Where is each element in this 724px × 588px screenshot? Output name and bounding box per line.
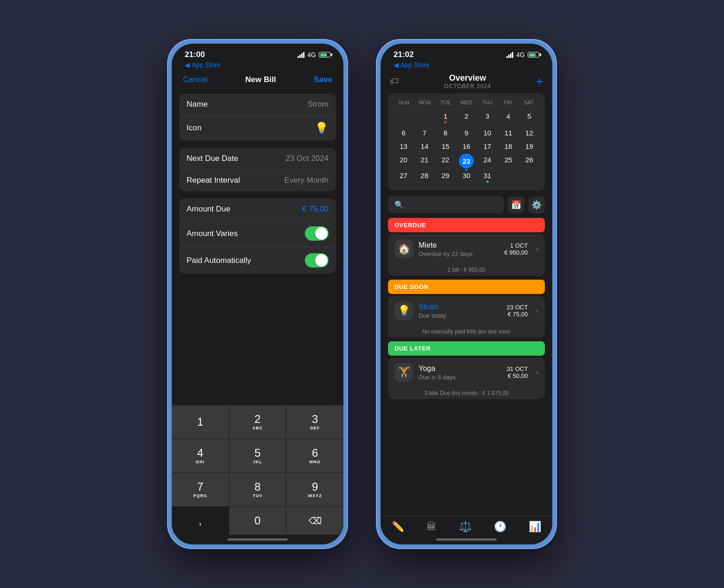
key-delete[interactable]: ⌫ <box>286 507 343 535</box>
day-thu: THU <box>477 99 498 106</box>
cal-cell-5[interactable]: 5 <box>519 110 539 126</box>
search-bar[interactable]: 🔍 <box>388 196 504 213</box>
tab-overview[interactable]: ✏️ <box>392 521 404 533</box>
cal-cell-11[interactable]: 11 <box>498 127 518 139</box>
status-icons-2: 4G <box>506 51 539 58</box>
cal-cell-23-today[interactable]: 23 <box>459 153 474 168</box>
strom-chevron: › <box>536 307 538 314</box>
cal-cell-empty <box>498 169 518 185</box>
miete-amount-block: 1 OCT € 950,00 <box>504 242 528 256</box>
auto-paid-toggle[interactable] <box>305 253 329 268</box>
cal-cell-29[interactable]: 29 <box>435 169 455 185</box>
settings-button[interactable]: ⚙️ <box>528 197 545 213</box>
cal-cell-27[interactable]: 27 <box>394 169 414 185</box>
cal-cell-6[interactable]: 6 <box>394 127 414 139</box>
cal-cell-17[interactable]: 17 <box>478 140 498 153</box>
cal-cell-10[interactable]: 10 <box>478 127 498 139</box>
auto-paid-label: Paid Automatically <box>187 256 251 265</box>
network-label-2: 4G <box>516 51 525 58</box>
back-label-2[interactable]: App Store <box>401 61 429 69</box>
cal-cell-2[interactable]: 2 <box>456 110 476 126</box>
cal-cell-3[interactable]: 3 <box>478 110 498 126</box>
cal-cell-31[interactable]: 31 <box>478 169 498 185</box>
tab-accounts[interactable]: 🏛 <box>427 521 437 533</box>
cal-cell-19[interactable]: 19 <box>519 140 539 153</box>
amount-row[interactable]: Amount Due € 75,00 <box>179 198 336 220</box>
cal-cell-15[interactable]: 15 <box>435 140 455 153</box>
calendar-filter-icon: 📅 <box>511 200 521 210</box>
key-4[interactable]: 4GHI <box>172 439 229 473</box>
yoga-info: Yoga Due in 8 days <box>419 364 501 381</box>
signal-icon <box>297 52 304 58</box>
key-1[interactable]: 1 <box>172 405 229 439</box>
overview-header: 🏷 Overview OCTOBER 2024 + <box>381 71 552 93</box>
cal-cell-28[interactable]: 28 <box>414 169 434 185</box>
key-6[interactable]: 6MNO <box>286 439 343 473</box>
tab-balance[interactable]: ⚖️ <box>459 521 472 533</box>
cal-cell-25[interactable]: 25 <box>498 153 518 168</box>
cal-cell-26[interactable]: 26 <box>519 153 539 168</box>
bill-row-strom[interactable]: 💡 Strom Due today 23 OCT € 75,00 › <box>388 296 545 326</box>
name-row[interactable]: Name Strom <box>179 94 336 115</box>
status-icons-1: 4G <box>297 51 330 58</box>
key-0[interactable]: 0 <box>229 507 286 535</box>
cal-cell-16[interactable]: 16 <box>456 140 476 153</box>
status-time-2: 21:02 <box>394 50 414 59</box>
key-5[interactable]: 5JKL <box>229 439 286 473</box>
back-nav-2[interactable]: ◀ App Store <box>381 61 552 71</box>
cal-cell-1[interactable]: 1 <box>435 110 455 126</box>
due-date-row[interactable]: Next Due Date 23 Oct 2024 <box>179 148 336 170</box>
tab-balance-icon: ⚖️ <box>459 521 472 533</box>
name-label: Name <box>187 100 207 109</box>
strom-name: Strom <box>419 303 501 311</box>
due-soon-header: DUE SOON <box>388 280 545 294</box>
save-button[interactable]: Save <box>314 75 332 84</box>
cal-cell-12[interactable]: 12 <box>519 127 539 139</box>
cal-cell-8[interactable]: 8 <box>435 127 455 139</box>
auto-paid-row[interactable]: Paid Automatically <box>179 247 336 274</box>
key-9[interactable]: 9WXYZ <box>286 473 343 506</box>
numeric-keypad: 1 2ABC 3DEF 4GHI 5JKL 6MNO 7PQRS 8TUV 9W… <box>172 405 343 535</box>
cal-cell-14[interactable]: 14 <box>414 140 434 153</box>
cal-cell-30[interactable]: 30 <box>456 169 476 185</box>
home-indicator-1 <box>227 538 288 541</box>
miete-date: 1 OCT <box>504 242 528 249</box>
settings-icon: ⚙️ <box>531 200 542 210</box>
varies-toggle[interactable] <box>305 226 329 241</box>
key-comma[interactable]: , <box>172 507 229 535</box>
tab-overview-icon: ✏️ <box>392 521 404 533</box>
bill-row-yoga[interactable]: 🏋️ Yoga Due in 8 days 31 OCT € 50,00 › <box>388 358 545 387</box>
cancel-button[interactable]: Cancel <box>183 75 207 84</box>
icon-row[interactable]: Icon 💡 <box>179 115 336 141</box>
key-2[interactable]: 2ABC <box>229 405 286 439</box>
signal-icon-2 <box>506 52 513 58</box>
cal-cell-21[interactable]: 21 <box>414 153 434 168</box>
back-label-1[interactable]: App Store <box>192 61 220 69</box>
cal-cell-20[interactable]: 20 <box>394 153 414 168</box>
cal-cell-7[interactable]: 7 <box>414 127 434 139</box>
day-mon: MON <box>414 99 435 106</box>
add-bill-button[interactable]: + <box>536 74 543 89</box>
cal-cell-13[interactable]: 13 <box>394 140 414 153</box>
bill-row-miete[interactable]: 🏠 Miete Overdue by 22 days 1 OCT € 950,0… <box>388 234 545 264</box>
calendar-filter-button[interactable]: 📅 <box>508 197 524 213</box>
key-7[interactable]: 7PQRS <box>172 473 229 506</box>
repeat-row[interactable]: Repeat Interval Every Month <box>179 170 336 191</box>
key-3[interactable]: 3DEF <box>286 405 343 439</box>
cal-cell-22[interactable]: 22 <box>435 153 455 168</box>
back-nav-1[interactable]: ◀ App Store <box>172 61 343 71</box>
cal-cell[interactable] <box>394 110 414 126</box>
cal-cell-24[interactable]: 24 <box>478 153 498 168</box>
tab-history[interactable]: 🕐 <box>494 521 506 533</box>
cal-cell-18[interactable]: 18 <box>498 140 518 153</box>
day-fri: FRI <box>498 99 518 106</box>
key-8[interactable]: 8TUV <box>229 473 286 506</box>
home-indicator-2 <box>436 538 497 541</box>
cal-cell-4[interactable]: 4 <box>498 110 518 126</box>
cal-cell-9[interactable]: 9 <box>456 127 476 139</box>
varies-row[interactable]: Amount Varies <box>179 220 336 247</box>
yoga-amount: € 50,00 <box>507 372 528 379</box>
cal-cell[interactable] <box>414 110 434 126</box>
tab-stats[interactable]: 📊 <box>529 521 541 533</box>
calendar-day-names: SUN MON TUE WED THU FRI SAT <box>394 99 539 106</box>
